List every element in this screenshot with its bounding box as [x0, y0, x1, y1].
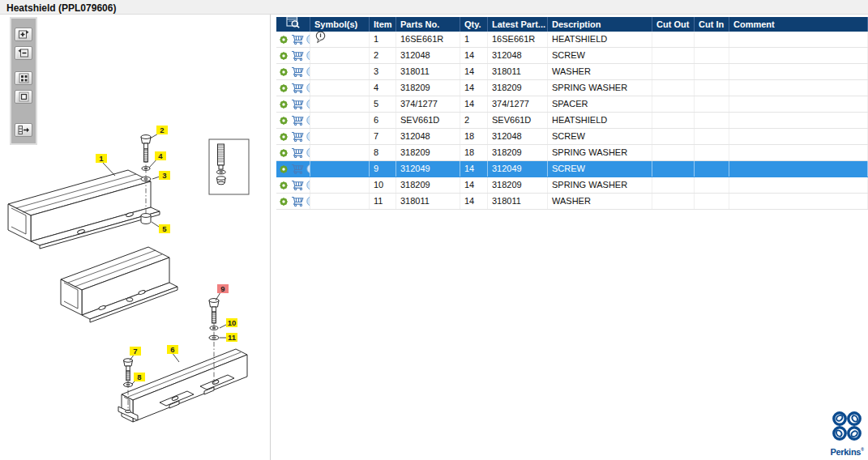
cart-icon[interactable]: [291, 164, 304, 174]
cell-item: 8: [370, 145, 396, 160]
cart-icon[interactable]: [291, 99, 304, 109]
cart-icon[interactable]: [291, 83, 304, 93]
diagram-callout-10[interactable]: 10: [226, 318, 237, 327]
diagram-callout-5[interactable]: 5: [159, 224, 170, 233]
exploded-parts-drawing: [0, 15, 271, 460]
symbol-cell: [310, 96, 370, 112]
diagram-callout-1[interactable]: 1: [96, 154, 107, 163]
gear-icon[interactable]: [279, 164, 289, 174]
cell-qty: 14: [460, 96, 488, 112]
cell-latest_part: 318209: [488, 145, 548, 160]
diagram-callout-2[interactable]: 2: [156, 126, 168, 134]
thumbnails-button[interactable]: [15, 71, 32, 85]
table-row[interactable]: 116SE661R116SE661RHEATSHIELD: [276, 32, 868, 48]
cell-qty: 18: [460, 129, 488, 144]
cell-qty: 14: [460, 48, 488, 63]
cell-empty: [695, 161, 729, 177]
table-row[interactable]: 1031820914318209SPRING WASHER: [276, 177, 868, 194]
symbol-cell: [310, 32, 370, 47]
diagram-callout-4[interactable]: 4: [155, 151, 166, 160]
row-action-icons: [276, 80, 310, 96]
cell-description: HEATSHIELD: [548, 32, 652, 47]
cell-item: 2: [370, 48, 396, 63]
cell-parts_no: 318209: [396, 80, 460, 96]
cell-description: SPACER: [548, 96, 652, 112]
cart-icon[interactable]: [291, 115, 304, 126]
parts-table: Symbol(s)ItemParts No.Qty.Latest Part...…: [276, 17, 868, 210]
diagram-callout-7[interactable]: 7: [130, 347, 141, 356]
cell-latest_part: SEV661D: [488, 113, 548, 128]
table-row[interactable]: 231204814312048SCREW: [276, 48, 868, 64]
cell-parts_no: 312048: [396, 48, 460, 63]
column-header: Cut In: [695, 17, 729, 32]
cart-icon[interactable]: [291, 131, 304, 142]
gear-icon[interactable]: [279, 116, 289, 126]
toggle-panel-button[interactable]: [15, 123, 32, 137]
table-row[interactable]: 6SEV661D2SEV661DHEATSHIELD: [276, 113, 868, 129]
table-row[interactable]: 331801114318011WASHER: [276, 64, 868, 80]
cell-description: HEATSHIELD: [548, 113, 652, 128]
cell-latest_part: 312049: [488, 161, 548, 177]
cart-icon[interactable]: [291, 147, 304, 158]
zoom-out-button[interactable]: [15, 46, 32, 60]
diagram-callout-9[interactable]: 9: [217, 284, 229, 293]
cell-latest_part: 312048: [488, 48, 548, 63]
gear-icon[interactable]: [279, 83, 289, 93]
cart-icon[interactable]: [291, 180, 304, 190]
zoom-in-button[interactable]: [15, 28, 32, 41]
cell-parts_no: 16SE661R: [396, 32, 460, 47]
symbol-cell: [310, 177, 370, 193]
column-header: Description: [548, 17, 652, 32]
cart-icon[interactable]: [291, 50, 304, 61]
row-action-icons: [276, 145, 310, 160]
cell-description: WASHER: [548, 64, 652, 79]
table-row[interactable]: 731204818312048SCREW: [276, 129, 868, 145]
diagram-callout-6[interactable]: 6: [167, 345, 178, 354]
row-action-icons: [276, 96, 310, 112]
cart-icon[interactable]: [291, 34, 304, 45]
diagram-callout-3[interactable]: 3: [159, 171, 170, 180]
gear-icon[interactable]: [279, 100, 289, 109]
gear-icon[interactable]: [279, 197, 289, 207]
cell-parts_no: 312048: [396, 129, 460, 144]
column-header: Latest Part...: [488, 17, 548, 32]
cell-description: WASHER: [548, 194, 652, 209]
fit-view-button[interactable]: [15, 90, 32, 104]
table-row[interactable]: 5374/127714374/1277SPACER: [276, 96, 868, 113]
symbol-cell: [310, 64, 370, 79]
header-find-cell[interactable]: [276, 17, 310, 32]
cell-parts_no: 318209: [396, 145, 460, 160]
gear-icon[interactable]: [279, 67, 289, 77]
fit-view-icon: [19, 92, 29, 102]
table-row[interactable]: 831820918318209SPRING WASHER: [276, 145, 868, 161]
gear-icon[interactable]: [279, 35, 289, 45]
cell-description: SPRING WASHER: [548, 145, 652, 160]
row-action-icons: [276, 177, 310, 193]
cell-empty: [695, 194, 729, 209]
table-row[interactable]: 931204914312049SCREW: [276, 161, 868, 177]
gear-icon[interactable]: [279, 51, 289, 61]
column-header: Comment: [729, 17, 868, 32]
gear-icon[interactable]: [279, 181, 289, 190]
balloon-icon: [315, 32, 326, 47]
diagram-toolbar: [10, 17, 37, 145]
symbol-cell: [310, 80, 370, 96]
gear-icon[interactable]: [279, 148, 289, 158]
cell-description: SCREW: [548, 129, 652, 144]
cell-latest_part: 318011: [488, 64, 548, 79]
gear-icon[interactable]: [279, 132, 289, 142]
diagram-callout-11[interactable]: 11: [226, 333, 237, 342]
cart-icon[interactable]: [291, 66, 304, 77]
table-row[interactable]: 431820914318209SPRING WASHER: [276, 80, 868, 96]
cell-empty: [652, 96, 695, 112]
diagram-callout-8[interactable]: 8: [134, 373, 145, 381]
table-row[interactable]: 1131801114318011WASHER: [276, 194, 868, 210]
cell-latest_part: 374/1277: [488, 96, 548, 112]
cell-parts_no: SEV661D: [396, 113, 460, 128]
find-icon: [286, 17, 301, 32]
cart-icon[interactable]: [291, 196, 304, 207]
parts-table-header: Symbol(s)ItemParts No.Qty.Latest Part...…: [276, 17, 868, 32]
cell-empty: [652, 113, 695, 128]
row-action-icons: [276, 113, 310, 128]
cell-item: 10: [370, 177, 396, 193]
